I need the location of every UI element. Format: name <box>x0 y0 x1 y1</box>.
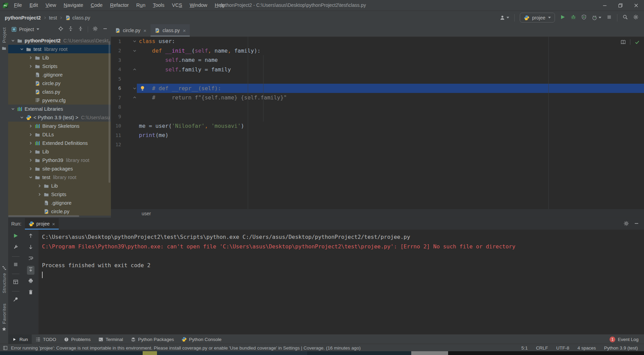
run-console-output[interactable]: C:\Users\asus\Desktop\pythonProject2\tes… <box>39 230 644 334</box>
collapse-all-button[interactable] <box>78 26 83 32</box>
locate-button[interactable] <box>58 26 63 32</box>
toolwindow-button-python-packages[interactable]: Python Packages <box>127 334 178 344</box>
menu-vcs[interactable]: VCS <box>168 2 186 8</box>
tree-item-ExtendedDefinitions[interactable]: Extended Definitions <box>8 139 111 147</box>
tree-item-circle.py[interactable]: circle.py <box>8 207 111 216</box>
reader-mode-book-icon[interactable] <box>620 39 626 45</box>
menu-file[interactable]: File <box>10 2 26 8</box>
breadcrumb-item-pythonProject2[interactable]: pythonProject2 <box>5 15 41 21</box>
fold-close-icon[interactable] <box>132 95 137 100</box>
chevron-down-icon[interactable] <box>19 46 25 52</box>
chevron-right-icon[interactable] <box>28 149 33 154</box>
code-editor[interactable]: 1 class user: 2 def __init__(self, name,… <box>111 37 644 209</box>
wrench-button[interactable] <box>13 244 18 251</box>
settings-button[interactable] <box>624 221 629 227</box>
tool-window-switcher-icon[interactable] <box>2 345 8 351</box>
tree-item-pythonProject2[interactable]: pythonProject2C:\Users\asus\Deskt <box>8 36 111 45</box>
code-line-6[interactable]: 6 # def __repr__(self): <box>111 84 644 93</box>
tree-item-class.py[interactable]: class.py <box>8 87 111 96</box>
tree-item-test[interactable]: testlibrary root <box>8 173 111 181</box>
menu-refactor[interactable]: Refactor <box>106 2 133 8</box>
code-line-9[interactable]: 9 <box>111 112 644 121</box>
code-line-11[interactable]: 11 print(me) <box>111 131 644 140</box>
chevron-down-icon[interactable] <box>28 175 33 180</box>
tree-item-Lib[interactable]: Lib <box>8 181 111 190</box>
run-configuration-selector[interactable]: projee <box>520 13 555 23</box>
search-everywhere-button[interactable] <box>622 14 628 21</box>
stop-button[interactable] <box>13 262 18 269</box>
chevron-right-icon[interactable] <box>28 158 33 163</box>
inspections-ok-icon[interactable] <box>634 39 640 45</box>
status-item-UTF8[interactable]: UTF-8 <box>556 345 569 351</box>
maximize-button[interactable] <box>613 0 628 11</box>
breadcrumb-class-name[interactable]: user <box>142 211 151 216</box>
menu-navigate[interactable]: Navigate <box>60 2 87 8</box>
chevron-right-icon[interactable] <box>28 123 33 129</box>
soft-wrap-button[interactable] <box>28 256 33 262</box>
chevron-right-icon[interactable] <box>28 140 33 146</box>
status-item-51[interactable]: 5:1 <box>521 345 528 351</box>
run-button[interactable] <box>560 14 566 21</box>
menu-edit[interactable]: Edit <box>26 2 42 8</box>
chevron-right-icon[interactable] <box>28 55 33 60</box>
arrow-up-button[interactable] <box>28 233 33 240</box>
project-view-selector[interactable]: Project <box>11 27 39 32</box>
debug-button[interactable] <box>571 14 576 21</box>
layout-button[interactable] <box>13 279 18 286</box>
hide-button[interactable] <box>102 26 108 32</box>
tree-item-Scripts[interactable]: Scripts <box>8 62 111 70</box>
tree-item-ExternalLibraries[interactable]: External Libraries <box>8 105 111 113</box>
editor-breadcrumbs[interactable]: user <box>111 209 644 218</box>
expand-all-button[interactable] <box>68 26 73 32</box>
fold-close-icon[interactable] <box>132 67 137 72</box>
chevron-down-icon[interactable] <box>19 115 25 120</box>
event-log-button[interactable]: 1 Event Log <box>610 334 644 344</box>
minimize-button[interactable] <box>597 0 613 11</box>
editor-tab-class.py[interactable]: class.py× <box>151 24 190 37</box>
code-line-8[interactable]: 8 <box>111 103 644 112</box>
status-item-4spaces[interactable]: 4 spaces <box>577 345 596 351</box>
close-button[interactable] <box>628 0 644 11</box>
pin-button[interactable] <box>13 297 18 303</box>
tree-item-.gitignore[interactable]: .gitignore <box>8 70 111 79</box>
status-item-CRLF[interactable]: CRLF <box>536 345 548 351</box>
project-tree-horizontal-scrollbar[interactable] <box>8 215 79 217</box>
tree-item-.gitignore[interactable]: .gitignore <box>8 199 111 207</box>
toolwindow-button-problems[interactable]: Problems <box>60 334 95 344</box>
menu-window[interactable]: Window <box>186 2 211 8</box>
menu-code[interactable]: Code <box>87 2 106 8</box>
tool-button-project[interactable]: Project <box>0 27 8 51</box>
run-tab-projee[interactable]: projee × <box>25 218 59 230</box>
tree-item-sitepackages[interactable]: site-packages <box>8 164 111 173</box>
scroll-end-button[interactable] <box>27 266 34 275</box>
tree-item-Scripts[interactable]: Scripts <box>8 190 111 199</box>
printer-button[interactable] <box>28 278 33 285</box>
rerun-button[interactable] <box>13 233 18 240</box>
close-tab-icon[interactable]: × <box>52 221 55 227</box>
tree-item-Lib[interactable]: Lib <box>8 53 111 62</box>
stop-button[interactable] <box>606 14 612 21</box>
toolwindow-button-python-console[interactable]: Python Console <box>178 334 225 344</box>
tree-item-pyvenv.cfg[interactable]: pyvenv.cfg <box>8 96 111 105</box>
tree-item-BinarySkeletons[interactable]: Binary Skeletons <box>8 122 111 130</box>
user-account-button[interactable] <box>500 15 509 21</box>
chevron-right-icon[interactable] <box>28 166 33 172</box>
close-tab-icon[interactable]: × <box>183 28 186 33</box>
tree-item-test[interactable]: testlibrary root <box>8 45 111 53</box>
menu-run[interactable]: Run <box>132 2 149 8</box>
settings-button[interactable] <box>633 14 639 21</box>
code-line-4[interactable]: 4 self.family = family <box>111 65 644 74</box>
profiler-button[interactable] <box>592 15 601 21</box>
code-line-1[interactable]: 1 class user: <box>111 37 644 46</box>
code-line-3[interactable]: 3 self.name = name <box>111 55 644 65</box>
chevron-down-icon[interactable] <box>10 106 16 112</box>
breadcrumb-item-test[interactable]: test <box>49 15 57 21</box>
code-line-12[interactable]: 12 <box>111 140 644 150</box>
code-line-7[interactable]: 7 # return f"{self.name} {self.family}" <box>111 93 644 103</box>
tree-item-circle.py[interactable]: circle.py <box>8 79 111 87</box>
close-tab-icon[interactable]: × <box>143 28 146 33</box>
breadcrumb-item-class.py[interactable]: class.py <box>65 15 90 21</box>
chevron-down-icon[interactable] <box>10 38 16 43</box>
tool-button-structure[interactable]: Structure <box>0 265 8 293</box>
code-line-10[interactable]: 10 me = user('Niloofar', 'mousavi') <box>111 121 644 131</box>
